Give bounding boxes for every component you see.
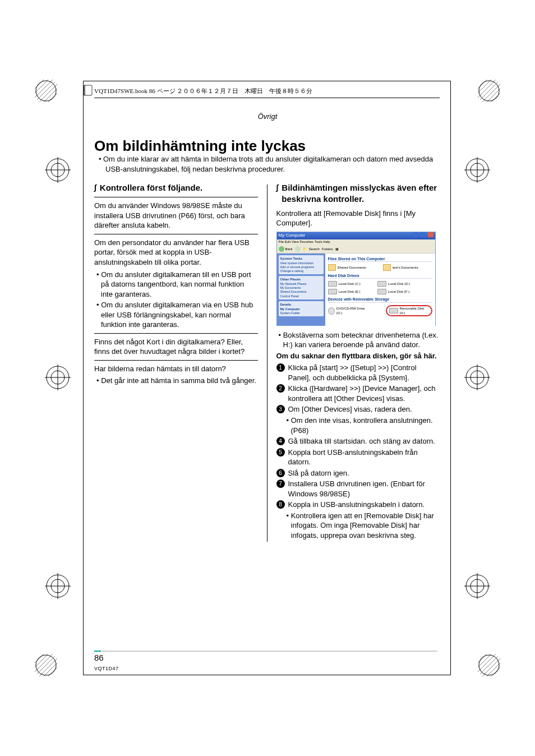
- step-7: 7Installera USB drivrutinen igen. (Enbar…: [276, 479, 440, 499]
- svg-line-22: [35, 654, 44, 663]
- svg-line-26: [478, 654, 496, 672]
- columns: ∫Kontrollera först följande. Om du använ…: [94, 182, 440, 542]
- forward-button: [295, 246, 301, 252]
- svg-line-14: [478, 80, 487, 89]
- item-disk-d: Local Disk (D:): [377, 281, 410, 287]
- crosshair-icon: [45, 365, 71, 390]
- step-3: 3Om [Other Devices] visas, radera den.: [276, 404, 440, 414]
- drive-icon: [328, 281, 337, 287]
- svg-line-2: [35, 80, 53, 98]
- doc-code: VQT1D47: [94, 666, 119, 671]
- maximize-icon: [420, 232, 426, 237]
- column-divider: [267, 185, 268, 542]
- menubar: File Edit View Favorites Tools Help: [277, 239, 435, 245]
- crosshair-icon: [45, 157, 71, 183]
- search-button: Search: [309, 247, 320, 251]
- svg-line-3: [39, 84, 57, 102]
- svg-line-23: [48, 667, 57, 676]
- window-title: My Computer: [279, 233, 306, 239]
- registration-mark-icon: [478, 80, 500, 102]
- page: VQT1D47SWE.book 86 ページ ２００６年１２月７日 木曜日 午後…: [0, 0, 535, 756]
- item-removable-disk: Removable Disk (H:): [386, 305, 432, 316]
- left-p3: Finns det något Kort i din digitalkamera…: [94, 337, 258, 357]
- book-icon: [83, 84, 93, 96]
- running-head: VQT1D47SWE.book 86 ページ ２００６年１２月７日 木曜日 午後…: [94, 87, 312, 95]
- right-p1: Kontrollera att [Removable Disk] finns i…: [276, 209, 440, 228]
- step-3-sub: Om den inte visas, kontrollera anslutnin…: [276, 416, 440, 435]
- drive-icon: [389, 308, 398, 314]
- svg-line-19: [39, 658, 57, 676]
- right-bold1: Om du saknar den flyttbara disken, gör s…: [276, 351, 440, 361]
- group-files-stored: Files Stored on This Computer: [328, 256, 432, 262]
- item-disk-e: Local Disk (E:): [328, 289, 361, 294]
- group-hard-disks: Hard Disk Drives: [328, 273, 432, 279]
- views-icon: ▦: [335, 247, 339, 251]
- cd-icon: [328, 307, 335, 315]
- item-shared-docs: Shared Documents: [328, 264, 366, 271]
- drive-icon: [328, 289, 337, 294]
- left-p2: Om den persondator du använder har flera…: [94, 238, 258, 268]
- svg-line-6: [35, 80, 44, 89]
- item-disk-f: Local Disk (F:): [377, 289, 410, 294]
- right-heading: ∫Bildinhämtingen misslyckas även efter b…: [276, 182, 440, 205]
- left-b1: Om du ansluter digitalkameran till en US…: [94, 270, 258, 299]
- svg-line-11: [482, 84, 500, 102]
- col-left: ∫Kontrollera först följande. Om du använ…: [94, 182, 262, 542]
- up-icon: 📁: [303, 247, 307, 251]
- svg-line-15: [491, 93, 500, 102]
- svg-line-18: [35, 654, 53, 672]
- folder-icon: [383, 264, 391, 271]
- page-footer: 86 VQT1D47: [94, 651, 437, 672]
- svg-line-25: [480, 656, 498, 674]
- toolbar: Back 📁 Search Folders ▦: [277, 245, 435, 253]
- intro-text: Om du inte klarar av att hämta in bilder…: [103, 155, 433, 173]
- step-2: 2Klicka ([Hardware] >>) [Device Manager]…: [276, 384, 440, 403]
- step-1: 1Klicka på [start] >> ([Setup] >>) [Cont…: [276, 363, 440, 382]
- my-computer-screenshot: My Computer File Edit View Favorites Too…: [276, 232, 436, 326]
- minimize-icon: [413, 232, 418, 237]
- step-4: 4Gå tillbaka till startsidan. och stäng …: [276, 436, 440, 446]
- left-heading: ∫Kontrollera först följande.: [94, 182, 258, 193]
- sidebar: System Tasks View system information Add…: [277, 253, 325, 326]
- svg-line-9: [480, 82, 498, 100]
- step-6: 6Slå på datorn igen.: [276, 468, 440, 478]
- item-dvd: DVD/CD-RW Drive (G:): [328, 305, 370, 316]
- left-p1: Om du använder Windows 98/98SE måste du …: [94, 201, 258, 231]
- registration-mark-icon: [35, 654, 57, 676]
- main-pane: Files Stored on This Computer Shared Doc…: [325, 253, 435, 326]
- crosshair-icon: [464, 365, 490, 390]
- left-b3: Det går inte att hämta in samma bild två…: [94, 376, 258, 386]
- crosshair-icon: [464, 573, 490, 599]
- svg-line-10: [478, 80, 496, 98]
- panel-system-tasks: System Tasks View system information Add…: [279, 255, 324, 275]
- item-user-docs: test's Documents: [383, 264, 418, 271]
- section-label: Övrigt: [0, 112, 535, 121]
- left-b2: Om du ansluter digitalkameran via en USB…: [94, 300, 258, 330]
- group-removable: Devices with Removable Storage: [328, 297, 432, 302]
- folder-icon: [328, 264, 336, 271]
- page-title: Om bildinhämtning inte lyckas: [94, 137, 306, 155]
- svg-line-1: [37, 82, 55, 100]
- intro-paragraph: •Om du inte klarar av att hämta in bilde…: [105, 154, 436, 174]
- svg-line-31: [491, 667, 500, 676]
- crosshair-icon: [464, 157, 490, 183]
- back-button: Back: [279, 246, 293, 252]
- folders-button: Folders: [322, 247, 333, 251]
- registration-mark-icon: [478, 654, 500, 676]
- panel-other-places: Other Places My Network Places My Docume…: [279, 276, 324, 299]
- window-buttons: [412, 232, 433, 239]
- left-p4: Har bilderna redan hämtats in till dator…: [94, 364, 258, 374]
- right-b1: Bokstäverna som betecknar drivenheterna …: [276, 330, 440, 350]
- header-rule: [94, 98, 440, 98]
- svg-line-27: [482, 658, 500, 676]
- registration-mark-icon: [35, 80, 57, 102]
- svg-line-7: [48, 93, 57, 102]
- step-5: 5Koppla bort USB-anslutningskabeln från …: [276, 448, 440, 467]
- col-right: ∫Bildinhämtingen misslyckas även efter b…: [272, 182, 440, 542]
- svg-line-17: [37, 656, 55, 674]
- close-icon: [428, 232, 433, 237]
- svg-line-30: [478, 654, 487, 663]
- crosshair-icon: [45, 573, 71, 599]
- item-disk-c: Local Disk (C:): [328, 281, 361, 287]
- drive-icon: [377, 289, 386, 294]
